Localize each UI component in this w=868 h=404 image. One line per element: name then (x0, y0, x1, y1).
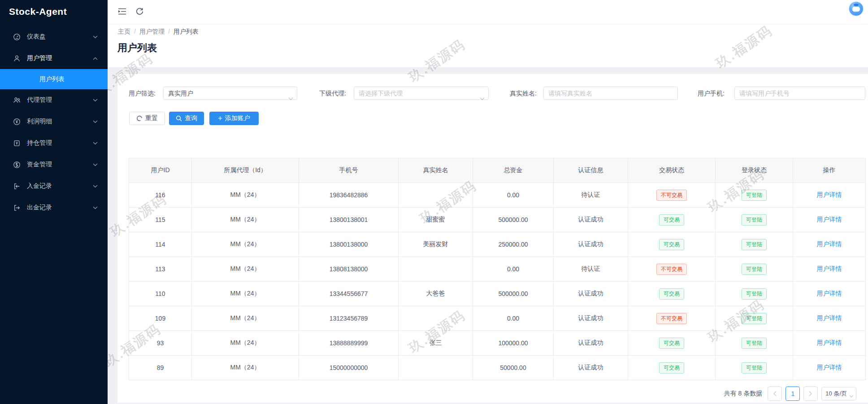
sidebar-item-label: 出金记录 (27, 204, 52, 212)
prev-page-button[interactable] (768, 387, 782, 401)
trade-status-badge[interactable]: 不可交易 (656, 313, 687, 324)
trade-status-badge[interactable]: 可交易 (659, 362, 684, 374)
cell-auth-status: 认证成功 (554, 208, 628, 232)
user-detail-link[interactable]: 用户详情 (817, 216, 842, 223)
cell-trade-status: 可交易 (628, 208, 716, 232)
cell-action: 用户详情 (793, 282, 866, 306)
cell-user-id: 115 (129, 208, 192, 232)
trade-status-badge[interactable]: 不可交易 (656, 264, 687, 275)
column-header: 交易状态 (628, 158, 716, 183)
user-detail-link[interactable]: 用户详情 (817, 240, 842, 248)
user-filter-value: 真实用户 (168, 90, 193, 97)
cell-agent: MM（24） (192, 208, 299, 232)
user-detail-link[interactable]: 用户详情 (817, 314, 842, 321)
chevron-down-icon (93, 120, 98, 123)
cell-user-id: 110 (129, 282, 192, 306)
breadcrumb-user-management[interactable]: 用户管理 (139, 28, 165, 36)
chevron-down-icon (93, 206, 98, 209)
user-detail-link[interactable]: 用户详情 (817, 290, 842, 297)
sidebar-subitem-label: 用户列表 (39, 75, 65, 83)
cell-phone: 13888889999 (299, 331, 399, 356)
sidebar: Stock-Agent 仪表盘 用户管理 用户列表 (0, 0, 108, 404)
cell-user-id: 114 (129, 232, 192, 257)
login-status-badge[interactable]: 可登陆 (742, 239, 767, 250)
column-header: 认证信息 (554, 158, 628, 183)
sidebar-item-funds-management[interactable]: 资金管理 (0, 154, 108, 175)
agents-icon (13, 96, 21, 104)
cell-action: 用户详情 (793, 331, 866, 356)
user-filter-select[interactable]: 真实用户 (163, 87, 297, 100)
cell-trade-status: 不可交易 (628, 257, 716, 282)
login-status-badge[interactable]: 可登陆 (742, 264, 767, 275)
user-detail-link[interactable]: 用户详情 (817, 265, 842, 272)
login-status-badge[interactable]: 可登陆 (742, 190, 767, 201)
breadcrumb-home[interactable]: 主页 (118, 28, 130, 36)
user-phone-label: 用户手机: (698, 87, 725, 100)
deposit-icon (13, 182, 21, 190)
column-header: 操作 (793, 158, 866, 183)
cell-real-name (399, 356, 473, 380)
cell-phone: 13800138000 (299, 232, 399, 257)
sidebar-item-withdraw-records[interactable]: 出金记录 (0, 197, 108, 218)
chevron-down-icon (93, 35, 98, 39)
cell-real-name (399, 306, 473, 331)
login-status-badge[interactable]: 可登陆 (742, 362, 767, 374)
cell-user-id: 116 (129, 183, 192, 208)
user-detail-link[interactable]: 用户详情 (817, 339, 842, 346)
sidebar-item-user-list[interactable]: 用户列表 (0, 69, 108, 89)
user-detail-link[interactable]: 用户详情 (817, 364, 842, 371)
main-area: 用户筛选: 真实用户 下级代理: 请选择下级代理 真实姓名: 用户手机: 重置 (108, 67, 868, 404)
collapse-menu-icon[interactable] (117, 8, 127, 17)
trade-status-badge[interactable]: 可交易 (659, 288, 684, 300)
sidebar-item-agent-management[interactable]: 代理管理 (0, 89, 108, 111)
cell-auth-status: 待认证 (554, 183, 628, 208)
column-header: 用户ID (129, 158, 192, 183)
next-page-button[interactable] (803, 387, 818, 401)
search-button[interactable]: 查询 (169, 112, 204, 125)
cell-trade-status: 可交易 (628, 282, 716, 306)
login-status-badge[interactable]: 可登陆 (742, 288, 767, 300)
reset-button[interactable]: 重置 (129, 112, 165, 125)
login-status-badge[interactable]: 可登陆 (742, 313, 767, 324)
sidebar-item-dashboard[interactable]: 仪表盘 (0, 26, 108, 48)
user-avatar[interactable] (849, 2, 863, 16)
sub-agent-select[interactable]: 请选择下级代理 (354, 87, 489, 100)
sidebar-item-user-management[interactable]: 用户管理 (0, 48, 108, 69)
add-account-button[interactable]: + 添加账户 (209, 112, 259, 125)
cell-real-name: 张三 (399, 331, 473, 356)
real-name-input[interactable] (543, 87, 678, 100)
trade-status-badge[interactable]: 可交易 (659, 239, 684, 250)
sidebar-item-label: 入金记录 (27, 182, 52, 190)
breadcrumb: 主页 / 用户管理 / 用户列表 (118, 28, 199, 36)
login-status-badge[interactable]: 可登陆 (742, 214, 767, 226)
sub-agent-placeholder: 请选择下级代理 (359, 90, 403, 97)
sidebar-item-position-management[interactable]: 持仓管理 (0, 132, 108, 154)
breadcrumb-current: 用户列表 (174, 28, 199, 36)
withdraw-icon (13, 204, 21, 212)
trade-status-badge[interactable]: 可交易 (659, 338, 684, 349)
cell-agent: MM（24） (192, 356, 299, 380)
user-phone-input[interactable] (734, 87, 865, 100)
profit-icon (13, 117, 21, 126)
total-count-text: 共有 8 条数据 (724, 390, 763, 398)
chevron-down-icon (849, 392, 854, 399)
cell-total-funds: 0.00 (473, 306, 554, 331)
login-status-badge[interactable]: 可登陆 (742, 338, 767, 349)
cell-login-status: 可登陆 (716, 282, 793, 306)
cell-trade-status: 不可交易 (628, 306, 716, 331)
table-row: 114MM（24）13800138000美丽发财250000.00认证成功可交易… (129, 232, 866, 257)
page-number-button[interactable]: 1 (786, 387, 800, 401)
positions-icon (13, 139, 21, 147)
cell-phone: 15000000000 (299, 356, 399, 380)
trade-status-badge[interactable]: 可交易 (659, 214, 684, 226)
sidebar-item-profit-detail[interactable]: 利润明细 (0, 111, 108, 132)
refresh-icon[interactable] (135, 7, 144, 17)
trade-status-badge[interactable]: 不可交易 (656, 190, 687, 201)
user-detail-link[interactable]: 用户详情 (817, 191, 842, 198)
sidebar-item-label: 代理管理 (27, 96, 52, 104)
page-size-select[interactable]: 10 条/页 (821, 387, 856, 400)
cell-total-funds: 500000.00 (473, 282, 554, 306)
sub-agent-label: 下级代理: (319, 87, 346, 100)
cell-total-funds: 0.00 (473, 183, 554, 208)
sidebar-item-deposit-records[interactable]: 入金记录 (0, 175, 108, 197)
